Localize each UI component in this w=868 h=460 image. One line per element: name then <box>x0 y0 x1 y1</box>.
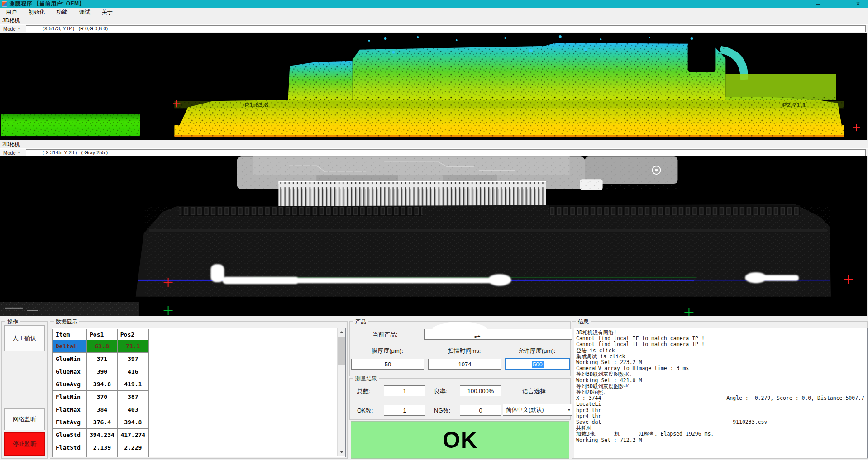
menu-debug[interactable]: 调试 <box>73 8 96 17</box>
scrollbar-down-icon[interactable] <box>338 448 345 456</box>
maximize-icon <box>836 2 840 6</box>
yield-field[interactable]: 100.000% <box>460 385 501 396</box>
table-row[interactable]: FlatMax 384 403 <box>53 403 149 416</box>
camera2d-mode-dropdown[interactable]: Mode ▼ <box>1 149 22 156</box>
ok-count-field[interactable]: 1 <box>384 405 425 416</box>
camera3d-view[interactable]: P1:63.8 P2:71.1 <box>0 33 868 140</box>
total-label: 总数: <box>357 387 371 395</box>
yield-label: 良率: <box>434 387 448 395</box>
camera3d-mode-dropdown[interactable]: Mode ▼ <box>1 25 22 32</box>
allow-thickness-label: 允许厚度(μm): <box>505 347 568 355</box>
table-scrollbar[interactable] <box>337 328 345 456</box>
data-display-list: Item Pos1 Pos2 DeltaH 63.8 71.1 GlueMin … <box>52 328 346 457</box>
camera2d-status-segment2 <box>142 149 866 156</box>
camera3d-status-segment <box>124 25 142 32</box>
app-icon <box>2 1 7 7</box>
minimize-icon <box>816 4 820 5</box>
table-row[interactable]: GlueStd 394.234 417.274 <box>53 429 149 441</box>
result-status-panel: OK <box>351 421 569 459</box>
redaction-scribble <box>621 430 640 437</box>
menu-function[interactable]: 功能 <box>51 8 73 17</box>
operation-group-title: 操作 <box>5 318 20 326</box>
log-line: 等到3D取到灰度图数据。 <box>576 371 867 377</box>
maximize-button[interactable] <box>828 0 848 8</box>
log-line: Cannot find local IF to match camera IP … <box>576 341 867 347</box>
window-controls: ✕ <box>808 0 868 8</box>
table-row[interactable]: GlueMax 390 416 <box>53 365 149 378</box>
log-line: Working Set : 421.0 M <box>576 378 867 384</box>
network-listen-button[interactable]: 网络监听 <box>4 408 45 430</box>
redaction-scribble <box>594 430 615 437</box>
app-window: 测膜程序 【当前用户: OEM】 ✕ 用户 初始化 功能 调试 关于 3D相机 … <box>0 0 868 460</box>
product-group-title: 产品 <box>353 318 368 326</box>
camera2d-view[interactable] <box>0 156 868 316</box>
scan-time-label: 扫描时间ms: <box>428 347 501 355</box>
current-product-label: 当前产品: <box>372 331 398 339</box>
scrollbar-up-icon[interactable] <box>338 328 345 336</box>
scrollbar-thumb[interactable] <box>338 337 345 365</box>
menu-init[interactable]: 初始化 <box>23 8 51 17</box>
ng-count-field[interactable]: 0 <box>460 405 501 416</box>
camera2d-label: 2D相机 <box>2 141 20 148</box>
title-bar: 测膜程序 【当前用户: OEM】 ✕ <box>0 0 868 8</box>
p2-annotation: P2:71.1 <box>782 101 806 109</box>
table-row[interactable]: GlueMin 371 397 <box>53 353 149 365</box>
data-display-group-title: 数据显示 <box>54 318 79 326</box>
table-row[interactable]: X 2583.5 7966.7 <box>53 454 149 458</box>
total-field[interactable]: 1 <box>384 385 425 396</box>
menu-user[interactable]: 用户 <box>0 8 23 17</box>
redaction-scribble <box>432 322 487 337</box>
camera3d-status-segment2 <box>142 25 866 32</box>
operation-group: 操作 人工确认 网络监听 停止监听 <box>1 321 48 459</box>
allow-thickness-field[interactable]: 500 <box>505 358 570 370</box>
camera2d-status-segment <box>124 149 142 156</box>
col-item: Item <box>53 329 87 340</box>
results-group: 测量结果 总数: 1 良率: 100.000% 语言选择 OK数: 1 NG数:… <box>349 378 571 420</box>
menu-about[interactable]: 关于 <box>96 8 119 17</box>
log-line: Save dat 9110233.csv <box>576 419 867 425</box>
scan-time-field[interactable]: 1074 <box>428 359 501 370</box>
language-label: 语言选择 <box>522 387 546 395</box>
table-row[interactable]: FlatMin 370 387 <box>53 391 149 403</box>
chevron-down-icon: ▼ <box>18 151 21 154</box>
selected-text: 500 <box>532 361 544 368</box>
measurement-table: Item Pos1 Pos2 DeltaH 63.8 71.1 GlueMin … <box>52 329 149 457</box>
heightmap-image: P1:63.8 P2:71.1 <box>0 33 867 140</box>
results-group-title: 测量结果 <box>353 375 379 383</box>
chevron-down-icon: ▼ <box>568 408 571 412</box>
col-pos2: Pos2 <box>117 329 148 340</box>
info-group-title: 信息 <box>576 318 591 326</box>
data-display-group: 数据显示 Item Pos1 Pos2 DeltaH 63.8 71.1 <box>50 321 348 459</box>
ok-count-label: OK数: <box>357 407 373 415</box>
minimize-button[interactable] <box>808 0 828 8</box>
manual-confirm-button[interactable]: 人工确认 <box>4 325 45 351</box>
stop-listen-button[interactable]: 停止监听 <box>4 432 45 456</box>
table-row[interactable]: GlueAvg 394.8 419.1 <box>53 378 149 391</box>
col-pos1: Pos1 <box>87 329 118 340</box>
log-line: 加载3张图 相机 行AOI检查, Elapsed 19296 ms. <box>576 431 867 437</box>
table-row[interactable]: FlatStd 2.139 2.229 <box>53 441 149 454</box>
grayscale-image <box>0 156 867 316</box>
redaction-scribble <box>629 406 726 415</box>
camera2d-toolbar: Mode ▼ ( X 3145, Y 28 ) : ( Gray 255 ) <box>0 148 868 157</box>
close-button[interactable]: ✕ <box>848 0 868 8</box>
film-thickness-label: 膜厚度(μm): <box>351 347 424 355</box>
camera3d-label: 3D相机 <box>2 17 20 24</box>
p1-annotation: P1:63.8 <box>245 101 268 109</box>
window-title: 测膜程序 【当前用户: OEM】 <box>10 0 85 8</box>
language-select[interactable]: 简体中文(默认) ▼ <box>503 404 574 416</box>
log-line: 登陆 is click <box>576 348 867 354</box>
chevron-down-icon: ▼ <box>18 27 21 30</box>
menu-bar: 用户 初始化 功能 调试 关于 <box>0 8 868 17</box>
ng-count-label: NG数: <box>434 407 450 415</box>
table-row[interactable]: FlatAvg 376.4 394.8 <box>53 416 149 429</box>
camera2d-pixel-readout: ( X 3145, Y 28 ) : ( Gray 255 ) <box>26 149 124 156</box>
log-line: Working Set : 712.2 M <box>576 437 867 443</box>
camera3d-toolbar: Mode ▼ (X 5473, Y 84) : (R 0,G 0,B 0) <box>0 24 868 33</box>
info-group: 信息 3D相机没有网络! Cannot find local IF to mat… <box>572 321 868 459</box>
camera3d-pixel-readout: (X 5473, Y 84) : (R 0,G 0,B 0) <box>26 25 124 32</box>
film-thickness-field[interactable]: 50 <box>351 359 424 370</box>
table-row[interactable]: DeltaH 63.8 71.1 <box>53 340 149 353</box>
